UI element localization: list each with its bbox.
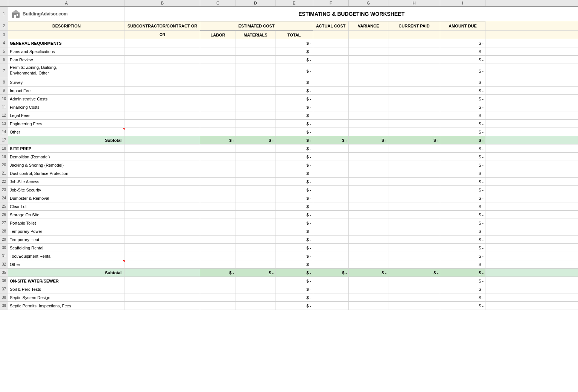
materials-cell[interactable] — [236, 202, 275, 210]
amount-due-cell[interactable]: $ - — [440, 111, 485, 119]
amount-due-cell[interactable]: $ - — [440, 47, 485, 55]
materials-cell[interactable] — [236, 186, 275, 194]
amount-due-cell[interactable]: $ - — [440, 277, 485, 285]
actual-cost-cell[interactable] — [313, 252, 349, 260]
materials-cell[interactable] — [236, 277, 275, 285]
description-cell[interactable]: Portable Toilet — [8, 219, 125, 227]
description-cell[interactable]: SITE PREP — [8, 144, 125, 152]
variance-cell[interactable] — [349, 227, 388, 235]
description-cell[interactable]: Demolition (Remodel) — [8, 153, 125, 161]
description-cell[interactable]: Clear Lot — [8, 202, 125, 210]
actual-cost-cell[interactable] — [313, 111, 349, 119]
materials-cell[interactable] — [236, 111, 275, 119]
description-cell[interactable]: Plan Review — [8, 56, 125, 64]
variance-cell[interactable] — [349, 277, 388, 285]
actual-cost-cell[interactable] — [313, 169, 349, 177]
amount-due-cell[interactable]: $ - — [440, 87, 485, 94]
variance-cell[interactable] — [349, 194, 388, 202]
subcontractor-cell[interactable] — [125, 169, 200, 177]
subcontractor-cell[interactable] — [125, 202, 200, 210]
current-paid-cell[interactable] — [388, 186, 440, 194]
description-cell[interactable]: Job-Site Access — [8, 178, 125, 185]
total-cell[interactable]: $ - — [275, 111, 313, 119]
actual-cost-cell[interactable] — [313, 227, 349, 235]
amount-due-cell[interactable]: $ - — [440, 285, 485, 293]
total-cell[interactable]: $ - — [275, 103, 313, 111]
labor-cell[interactable] — [200, 144, 236, 152]
variance-cell[interactable] — [349, 64, 388, 78]
variance-cell[interactable] — [349, 56, 388, 64]
subcontractor-cell[interactable] — [125, 153, 200, 161]
actual-cost-cell[interactable] — [313, 78, 349, 86]
actual-cost-cell[interactable]: $ - — [313, 269, 349, 277]
amount-due-cell[interactable]: $ - — [440, 39, 485, 47]
labor-cell[interactable] — [200, 219, 236, 227]
amount-due-cell[interactable]: $ - — [440, 293, 485, 301]
labor-cell[interactable]: $ - — [200, 136, 236, 144]
amount-due-cell[interactable]: $ - — [440, 211, 485, 219]
subcontractor-cell[interactable] — [125, 136, 200, 144]
total-cell[interactable]: $ - — [275, 252, 313, 260]
current-paid-cell[interactable] — [388, 87, 440, 94]
materials-cell[interactable] — [236, 95, 275, 103]
total-cell[interactable]: $ - — [275, 136, 313, 144]
description-cell[interactable]: Jacking & Shoring (Remodel) — [8, 161, 125, 169]
subcontractor-cell[interactable] — [125, 161, 200, 169]
current-paid-cell[interactable] — [388, 293, 440, 301]
materials-cell[interactable] — [236, 103, 275, 111]
subcontractor-cell[interactable] — [125, 47, 200, 55]
description-cell[interactable]: Septic System Design — [8, 293, 125, 301]
subcontractor-cell[interactable] — [125, 227, 200, 235]
current-paid-cell[interactable] — [388, 277, 440, 285]
current-paid-cell[interactable] — [388, 244, 440, 252]
variance-cell[interactable]: $ - — [349, 136, 388, 144]
total-cell[interactable]: $ - — [275, 87, 313, 94]
subcontractor-cell[interactable] — [125, 56, 200, 64]
total-cell[interactable]: $ - — [275, 144, 313, 152]
materials-cell[interactable] — [236, 236, 275, 243]
variance-cell[interactable] — [349, 244, 388, 252]
actual-cost-cell[interactable]: $ - — [313, 136, 349, 144]
materials-cell[interactable] — [236, 87, 275, 94]
description-cell[interactable]: Storage On Site — [8, 211, 125, 219]
description-cell[interactable]: Legal Fees — [8, 111, 125, 119]
labor-cell[interactable] — [200, 103, 236, 111]
description-cell[interactable]: Tool/Equipment Rental — [8, 252, 125, 260]
current-paid-cell[interactable] — [388, 47, 440, 55]
current-paid-cell[interactable]: $ - — [388, 136, 440, 144]
current-paid-cell[interactable] — [388, 144, 440, 152]
actual-cost-cell[interactable] — [313, 39, 349, 47]
materials-cell[interactable] — [236, 178, 275, 185]
variance-cell[interactable]: $ - — [349, 269, 388, 277]
labor-cell[interactable]: $ - — [200, 269, 236, 277]
actual-cost-cell[interactable] — [313, 87, 349, 94]
variance-cell[interactable] — [349, 103, 388, 111]
subcontractor-cell[interactable] — [125, 302, 200, 310]
materials-cell[interactable] — [236, 260, 275, 268]
total-cell[interactable]: $ - — [275, 260, 313, 268]
labor-cell[interactable] — [200, 39, 236, 47]
variance-cell[interactable] — [349, 236, 388, 243]
total-cell[interactable]: $ - — [275, 95, 313, 103]
variance-cell[interactable] — [349, 120, 388, 128]
current-paid-cell[interactable] — [388, 227, 440, 235]
actual-cost-cell[interactable] — [313, 236, 349, 243]
materials-cell[interactable] — [236, 47, 275, 55]
current-paid-cell[interactable] — [388, 95, 440, 103]
variance-cell[interactable] — [349, 260, 388, 268]
subcontractor-cell[interactable] — [125, 87, 200, 94]
description-cell[interactable]: Impact Fee — [8, 87, 125, 94]
total-cell[interactable]: $ - — [275, 120, 313, 128]
materials-cell[interactable]: $ - — [236, 136, 275, 144]
amount-due-cell[interactable]: $ - — [440, 252, 485, 260]
labor-cell[interactable] — [200, 252, 236, 260]
actual-cost-cell[interactable] — [313, 103, 349, 111]
materials-cell[interactable] — [236, 56, 275, 64]
variance-cell[interactable] — [349, 128, 388, 136]
current-paid-cell[interactable] — [388, 120, 440, 128]
actual-cost-cell[interactable] — [313, 178, 349, 185]
current-paid-cell[interactable] — [388, 78, 440, 86]
total-cell[interactable]: $ - — [275, 269, 313, 277]
current-paid-cell[interactable] — [388, 202, 440, 210]
description-cell[interactable]: Plans and Specifications — [8, 47, 125, 55]
